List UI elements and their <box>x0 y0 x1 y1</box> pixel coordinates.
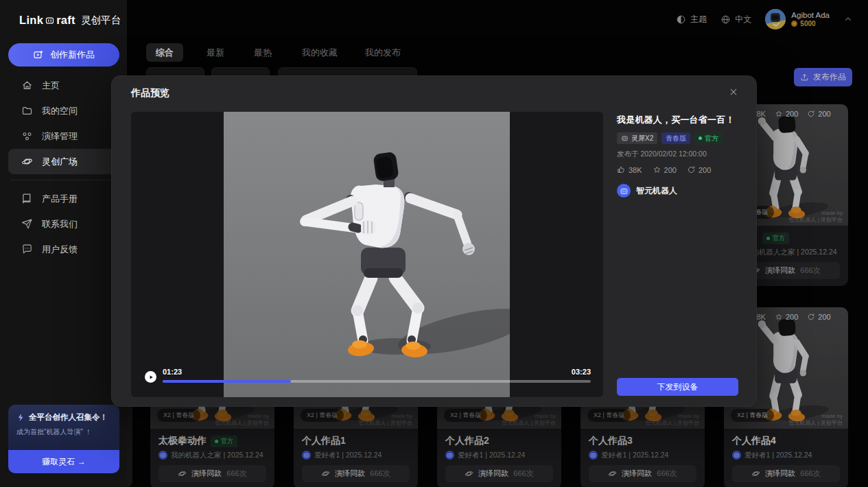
sidebar-item-my-space[interactable]: 我的空间 <box>0 98 127 123</box>
book-icon <box>21 193 33 204</box>
current-time: 01:23 <box>163 368 182 376</box>
sidebar-divider <box>10 180 117 180</box>
edition-tag: 青春版 <box>661 132 690 144</box>
home-icon <box>21 80 33 91</box>
planet-icon <box>21 156 33 167</box>
robot-render <box>258 147 510 367</box>
promo-title: 全平台创作人召集令！ <box>29 412 108 423</box>
deploy-to-device-button[interactable]: 下发到设备 <box>617 378 738 396</box>
send-icon <box>21 218 33 230</box>
play-icon <box>148 374 154 381</box>
stars-stat[interactable]: 200 <box>653 165 677 174</box>
play-button[interactable] <box>145 371 156 383</box>
publisher-row[interactable]: 智元机器人 <box>617 184 738 198</box>
progress-bar[interactable] <box>163 380 591 383</box>
publisher-name: 智元机器人 <box>636 185 677 197</box>
sidebar-item-plaza[interactable]: 灵创广场 <box>8 149 119 174</box>
create-work-button[interactable]: 创作新作品 <box>8 43 119 67</box>
model-tag: 灵犀X2 <box>617 132 657 144</box>
lightning-icon <box>16 413 25 422</box>
work-tags: 灵犀X2 青春版 官方 <box>617 132 738 144</box>
robot-face-icon <box>621 134 629 142</box>
app-root: 主题 中文 Agibot Ada 5000 <box>0 0 868 487</box>
publisher-avatar <box>617 184 631 198</box>
official-tag: 官方 <box>694 132 723 144</box>
work-stats: 38K 200 200 <box>617 165 738 174</box>
create-video-icon <box>33 49 44 60</box>
remixes-stat[interactable]: 200 <box>687 165 711 174</box>
duration: 03:23 <box>572 368 591 376</box>
earn-gems-button[interactable]: 赚取灵石 → <box>8 450 119 473</box>
sidebar-nav: 主页 我的空间 演绎管理 灵创广场 产品手册 联系我们 <box>0 73 127 262</box>
publish-date: 发布于 2020/02/02 12:00:00 <box>617 150 738 159</box>
folder-icon <box>21 105 33 117</box>
sidebar-item-contact[interactable]: 联系我们 <box>0 211 127 237</box>
progress-fill <box>163 380 291 383</box>
modal-title: 作品预览 <box>131 87 169 99</box>
sidebar-item-performance[interactable]: 演绎管理 <box>0 123 127 149</box>
work-title: 我是机器人，买一台省一百！ <box>617 114 738 126</box>
brand-mark-icon <box>45 15 55 25</box>
brand-logo: Link raft 灵创平台 <box>19 14 121 27</box>
sidebar-item-manual[interactable]: 产品手册 <box>0 186 127 211</box>
nodes-icon <box>21 130 33 142</box>
sidebar-item-home[interactable]: 主页 <box>0 73 127 98</box>
close-icon[interactable] <box>729 87 738 97</box>
work-detail-panel: 我是机器人，买一台省一百！ 灵犀X2 青春版 官方 发布于 2020/02/02… <box>617 112 738 397</box>
remix-icon <box>687 165 696 174</box>
sidebar: Link raft 灵创平台 创作新作品 主页 我的空间 演绎管理 <box>0 0 127 487</box>
video-player: 01:23 03:23 <box>131 112 603 397</box>
robot-face-icon <box>620 187 629 195</box>
brand-cn: 灵创平台 <box>81 14 121 27</box>
chat-icon <box>21 244 33 255</box>
star-icon <box>653 165 661 174</box>
preview-modal: 作品预览 <box>111 75 757 407</box>
like-icon <box>617 165 626 174</box>
sidebar-item-feedback[interactable]: 用户反馈 <box>0 237 127 262</box>
video-frame <box>224 112 510 397</box>
creator-promo-banner: 全平台创作人召集令！ 成为首批"机器人导演" ！ 赚取灵石 → <box>8 405 119 473</box>
likes-stat[interactable]: 38K <box>617 165 642 174</box>
promo-subtitle: 成为首批"机器人导演" ！ <box>16 427 111 437</box>
